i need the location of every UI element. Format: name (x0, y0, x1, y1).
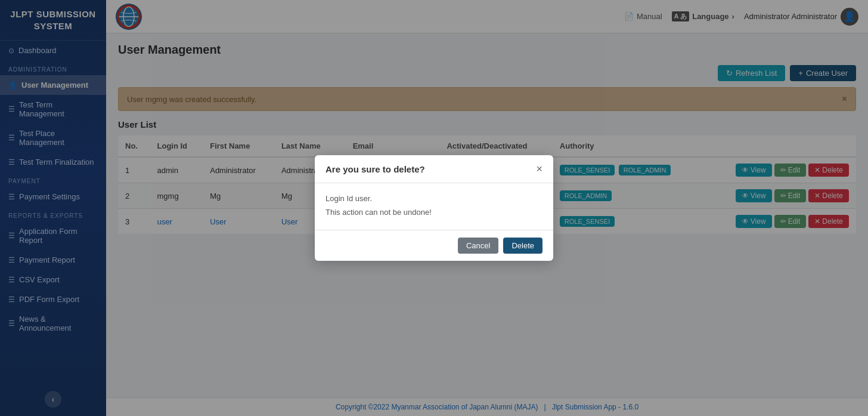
delete-confirm-modal: Are you sure to delete? × Login Id user.… (315, 155, 553, 261)
modal-line1: Login Id user. (326, 194, 542, 203)
modal-line2: This action can not be undone! (326, 208, 542, 217)
modal-delete-button[interactable]: Delete (503, 238, 542, 254)
modal-footer: Cancel Delete (315, 230, 553, 261)
modal-close-button[interactable]: × (536, 164, 542, 174)
modal-header: Are you sure to delete? × (315, 155, 553, 183)
modal-cancel-button[interactable]: Cancel (458, 238, 498, 254)
modal-title: Are you sure to delete? (326, 164, 425, 174)
modal-body: Login Id user. This action can not be un… (315, 183, 553, 230)
modal-overlay: Are you sure to delete? × Login Id user.… (0, 0, 868, 416)
